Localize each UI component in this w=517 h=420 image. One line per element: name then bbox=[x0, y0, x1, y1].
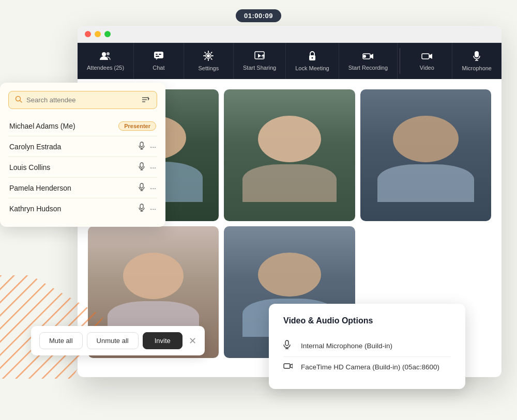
microphone-label: Microphone bbox=[462, 65, 492, 71]
more-icon-kathryn[interactable]: ··· bbox=[150, 205, 156, 213]
settings-label: Settings bbox=[198, 65, 219, 71]
video-cell-2 bbox=[224, 89, 355, 221]
timer-display: 01:00:09 bbox=[244, 12, 273, 20]
search-row bbox=[8, 91, 157, 109]
video-icon bbox=[421, 52, 433, 62]
chat-label: Chat bbox=[153, 65, 164, 71]
more-icon-pamela[interactable]: ··· bbox=[150, 184, 156, 192]
toolbar-attendees[interactable]: Attendees (25) bbox=[78, 43, 134, 79]
svg-rect-4 bbox=[159, 54, 161, 55]
toolbar-lock-meeting[interactable]: Lock Meeting bbox=[286, 43, 339, 79]
attendee-name-louis: Louis Collins bbox=[9, 163, 139, 172]
presenter-badge: Presenter bbox=[118, 121, 156, 131]
microphone-icon bbox=[473, 51, 480, 63]
mic-icon-kathryn bbox=[139, 204, 145, 213]
start-recording-label: Start Recording bbox=[348, 65, 388, 71]
chat-icon bbox=[154, 51, 164, 62]
camera-option-icon bbox=[283, 362, 295, 371]
window-chrome bbox=[78, 26, 501, 43]
search-input[interactable] bbox=[26, 96, 138, 104]
svg-rect-22 bbox=[140, 142, 143, 147]
attendee-row-louis: Louis Collins ··· bbox=[8, 157, 157, 178]
toolbar-video[interactable]: Video bbox=[402, 43, 452, 79]
svg-point-10 bbox=[311, 57, 313, 59]
attendee-row-carolyn: Carolyn Estrada ··· bbox=[8, 136, 157, 157]
svg-point-6 bbox=[207, 54, 210, 57]
svg-point-0 bbox=[102, 52, 106, 56]
toolbar-microphone[interactable]: Microphone bbox=[452, 43, 501, 79]
toolbar-divider bbox=[400, 48, 400, 74]
close-bar-button[interactable]: ✕ bbox=[189, 335, 196, 347]
svg-rect-2 bbox=[154, 52, 163, 58]
audio-options-panel: Video & Audio Options Internal Microphon… bbox=[269, 304, 465, 389]
attendee-name-kathryn: Kathryn Hudson bbox=[9, 205, 139, 213]
svg-rect-14 bbox=[475, 51, 479, 57]
mic-option-label: Internal Microphone (Build-in) bbox=[301, 342, 392, 350]
attendee-row-kathryn: Kathryn Hudson ··· bbox=[8, 198, 157, 219]
camera-option-label: FaceTime HD Camera (Build-in) (05ac:8600… bbox=[301, 363, 439, 371]
start-sharing-label: Start Sharing bbox=[243, 65, 276, 71]
timer-badge: 01:00:09 bbox=[236, 9, 281, 22]
svg-rect-3 bbox=[156, 54, 158, 55]
attendee-name-michael: Michael Adams (Me) bbox=[9, 122, 114, 130]
audio-option-mic[interactable]: Internal Microphone (Build-in) bbox=[283, 335, 451, 357]
svg-line-18 bbox=[20, 101, 22, 103]
svg-rect-31 bbox=[140, 204, 143, 209]
start-sharing-icon bbox=[254, 51, 265, 62]
mute-all-button[interactable]: Mute all bbox=[39, 332, 83, 349]
svg-rect-5 bbox=[156, 56, 159, 57]
svg-point-1 bbox=[107, 52, 110, 55]
more-icon-carolyn[interactable]: ··· bbox=[150, 143, 156, 151]
attendee-name-carolyn: Carolyn Estrada bbox=[9, 143, 139, 151]
more-icon-louis[interactable]: ··· bbox=[150, 163, 156, 172]
toolbar: Attendees (25) Chat bbox=[78, 43, 501, 79]
attendees-icon bbox=[100, 51, 111, 62]
toolbar-start-recording[interactable]: Start Recording bbox=[339, 43, 398, 79]
lock-icon bbox=[308, 51, 316, 63]
attendees-label: Attendees (25) bbox=[87, 65, 124, 71]
window-expand-dot[interactable] bbox=[104, 31, 111, 37]
settings-icon bbox=[203, 51, 214, 63]
attendee-name-pamela: Pamela Henderson bbox=[9, 184, 139, 192]
invite-button[interactable]: Invite bbox=[143, 332, 183, 349]
video-label: Video bbox=[420, 65, 434, 71]
svg-point-11 bbox=[363, 55, 366, 58]
mic-option-icon bbox=[283, 340, 295, 351]
video-cell-3 bbox=[360, 89, 491, 221]
svg-rect-28 bbox=[140, 183, 143, 188]
unmute-all-button[interactable]: Unmute all bbox=[87, 332, 139, 349]
mic-icon-carolyn bbox=[139, 142, 145, 151]
window-close-dot[interactable] bbox=[85, 31, 91, 37]
search-icon bbox=[15, 96, 22, 104]
attendee-row-pamela: Pamela Henderson ··· bbox=[8, 178, 157, 198]
toolbar-start-sharing[interactable]: Start Sharing bbox=[234, 43, 286, 79]
recording-icon bbox=[362, 52, 374, 62]
attendee-row-michael: Michael Adams (Me) Presenter bbox=[8, 116, 157, 136]
window-minimize-dot[interactable] bbox=[95, 31, 101, 37]
audio-panel-title: Video & Audio Options bbox=[283, 316, 451, 325]
sort-button[interactable] bbox=[142, 96, 150, 104]
attendees-panel: Michael Adams (Me) Presenter Carolyn Est… bbox=[0, 83, 165, 227]
mic-icon-pamela bbox=[139, 183, 145, 193]
svg-rect-37 bbox=[284, 364, 290, 368]
mic-icon-louis bbox=[139, 162, 145, 172]
toolbar-settings[interactable]: Settings bbox=[184, 43, 234, 79]
toolbar-chat[interactable]: Chat bbox=[134, 43, 184, 79]
svg-rect-25 bbox=[140, 163, 143, 167]
svg-rect-34 bbox=[285, 340, 288, 346]
svg-rect-13 bbox=[422, 54, 429, 59]
audio-option-camera[interactable]: FaceTime HD Camera (Build-in) (05ac:8600… bbox=[283, 357, 451, 377]
lock-meeting-label: Lock Meeting bbox=[295, 65, 329, 71]
bottom-bar: Mute all Unmute all Invite ✕ bbox=[31, 326, 205, 355]
